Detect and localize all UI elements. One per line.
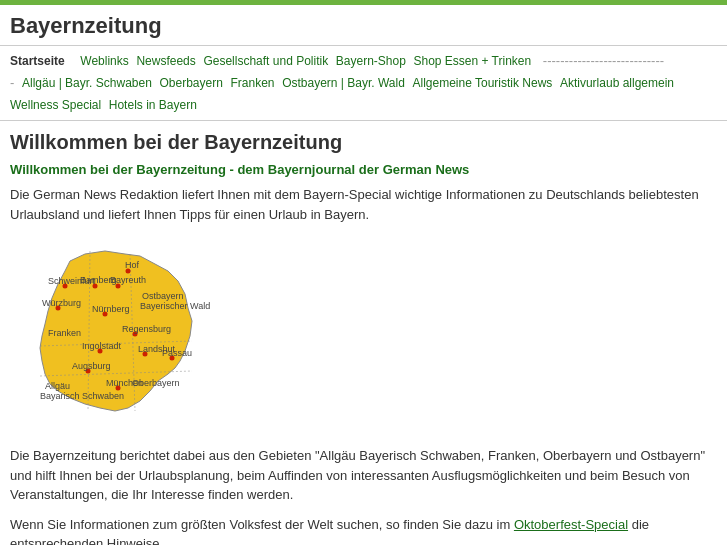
oktoberfest-link[interactable]: Oktoberfest-Special	[514, 517, 628, 532]
nav-touristik[interactable]: Allgemeine Touristik News	[412, 76, 552, 90]
body2-prefix: Wenn Sie Informationen zum größten Volks…	[10, 517, 514, 532]
label-oberbayern: Oberbayern	[132, 378, 180, 388]
label-augsburg: Augsburg	[72, 361, 111, 371]
nav-dashes: ----------------------------	[543, 53, 664, 68]
label-ostbayern: Ostbayern	[142, 291, 184, 301]
header: Bayernzeitung	[0, 5, 727, 46]
main-content: Willkommen bei der Bayernzeitung Willkom…	[0, 121, 727, 545]
body-text-2: Wenn Sie Informationen zum größten Volks…	[10, 515, 717, 545]
nav-ostbayern[interactable]: Ostbayern | Bayr. Wald	[282, 76, 405, 90]
label-allgau: Allgäu	[45, 381, 70, 391]
nav-aktivurlaub[interactable]: Aktivurlaub allgemein	[560, 76, 674, 90]
nav-allgaeu[interactable]: Allgäu | Bayr. Schwaben	[22, 76, 152, 90]
nav-dash2: -	[10, 75, 14, 90]
nav-startseite[interactable]: Startseite	[10, 54, 65, 68]
label-wurzburg: Würzburg	[42, 298, 81, 308]
label-ingolstadt: Ingolstadt	[82, 341, 122, 351]
nav-hotels[interactable]: Hotels in Bayern	[109, 98, 197, 112]
nav-oberbayern[interactable]: Oberbayern	[159, 76, 222, 90]
subtitle: Willkommen bei der Bayernzeitung - dem B…	[10, 162, 717, 177]
page-heading: Willkommen bei der Bayernzeitung	[10, 131, 717, 154]
site-title: Bayernzeitung	[10, 13, 717, 39]
intro-text: Die German News Redaktion liefert Ihnen …	[10, 185, 717, 224]
nav-weblinks[interactable]: Weblinks	[80, 54, 128, 68]
nav-gesellschaft[interactable]: Gesellschaft und Politik	[203, 54, 328, 68]
label-hof: Hof	[125, 260, 140, 270]
nav-newsfeeds[interactable]: Newsfeeds	[136, 54, 195, 68]
label-regensburg: Regensburg	[122, 324, 171, 334]
map-svg: Schweinfurt Hof Bayreuth Bamberg Würzbur…	[10, 236, 230, 436]
label-bayer-wald: Bayerischer Wald	[140, 301, 210, 311]
content-area: Schweinfurt Hof Bayreuth Bamberg Würzbur…	[10, 236, 717, 446]
nav-franken[interactable]: Franken	[230, 76, 274, 90]
body-text-1: Die Bayernzeitung berichtet dabei aus de…	[10, 446, 717, 505]
label-bamberg: Bamberg	[80, 275, 117, 285]
label-franken: Franken	[48, 328, 81, 338]
nav-wellness[interactable]: Wellness Special	[10, 98, 101, 112]
label-nurnberg: Nürnberg	[92, 304, 130, 314]
bavaria-map: Schweinfurt Hof Bayreuth Bamberg Würzbur…	[10, 236, 230, 436]
label-passau: Passau	[162, 348, 192, 358]
label-bayer-schwaben: Bayarisch Schwaben	[40, 391, 124, 401]
nav-bayernshop[interactable]: Bayern-Shop	[336, 54, 406, 68]
navigation: Startseite Weblinks Newsfeeds Gesellscha…	[0, 46, 727, 121]
nav-shop-essen[interactable]: Shop Essen + Trinken	[413, 54, 531, 68]
